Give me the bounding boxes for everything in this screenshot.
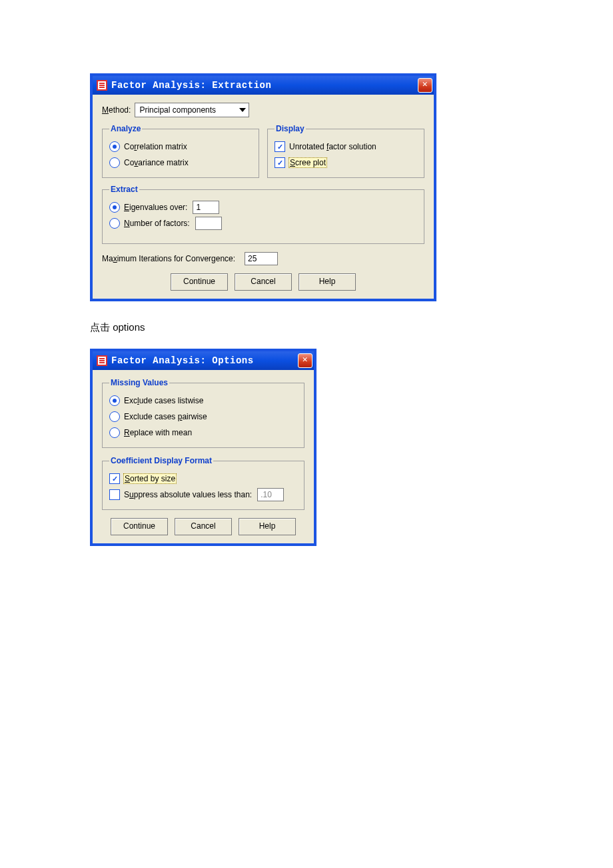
method-select[interactable]: Principal components <box>135 103 249 117</box>
instruction-text: 点击 options <box>90 321 613 334</box>
missing-values-group: Missing Values Exclude cases listwise Ex… <box>102 378 305 448</box>
help-button[interactable]: Help <box>239 518 296 535</box>
label-scree-plot[interactable]: Scree plot <box>289 158 326 167</box>
svg-rect-3 <box>99 85 105 86</box>
title-bar: Factor Analysis: Options ✕ <box>93 351 314 370</box>
radio-replace-mean[interactable] <box>109 427 120 438</box>
app-icon <box>97 355 107 366</box>
method-label: Method: <box>102 105 131 115</box>
cancel-button[interactable]: Cancel <box>175 518 232 535</box>
input-eigenvalues-over[interactable] <box>193 201 219 214</box>
label-replace-mean[interactable]: Replace with mean <box>124 428 192 437</box>
display-legend: Display <box>275 124 306 133</box>
label-exclude-pairwise[interactable]: Exclude cases pairwise <box>124 412 207 421</box>
coefficient-format-group: Coefficient Display Format Sorted by siz… <box>102 456 305 510</box>
label-covariance-matrix[interactable]: Covariance matrix <box>124 158 189 167</box>
input-max-iterations[interactable] <box>245 252 278 265</box>
check-scree-plot[interactable] <box>275 157 285 168</box>
label-number-of-factors[interactable]: Number of factors: <box>124 219 190 228</box>
close-button[interactable]: ✕ <box>298 353 312 368</box>
help-button[interactable]: Help <box>299 273 356 291</box>
check-sorted-by-size[interactable] <box>109 473 120 484</box>
display-group: Display Unrotated factor solution Scree … <box>267 124 424 178</box>
check-unrotated[interactable] <box>275 141 285 152</box>
input-suppress-value[interactable] <box>257 488 284 501</box>
title-bar: Factor Analysis: Extraction ✕ <box>93 76 434 95</box>
label-unrotated[interactable]: Unrotated factor solution <box>289 142 376 151</box>
label-suppress[interactable]: Suppress absolute values less than: <box>124 490 252 499</box>
label-max-iterations: Maximum Iterations for Convergence: <box>102 254 235 263</box>
svg-rect-7 <box>99 358 105 359</box>
svg-rect-9 <box>99 362 105 363</box>
label-exclude-listwise[interactable]: Exclude cases listwise <box>124 396 203 405</box>
close-button[interactable]: ✕ <box>418 78 432 93</box>
svg-rect-2 <box>99 83 105 84</box>
chevron-down-icon <box>239 108 246 112</box>
coefficient-format-legend: Coefficient Display Format <box>109 456 213 465</box>
radio-eigenvalues-over[interactable] <box>109 202 120 213</box>
label-sorted-by-size[interactable]: Sorted by size <box>124 474 176 483</box>
extraction-dialog: Factor Analysis: Extraction ✕ Method: Pr… <box>90 73 436 301</box>
extract-group: Extract Eigenvalues over: Number of fact… <box>102 185 424 244</box>
app-icon <box>97 80 107 91</box>
missing-values-legend: Missing Values <box>109 378 169 387</box>
radio-correlation-matrix[interactable] <box>109 141 120 152</box>
radio-exclude-pairwise[interactable] <box>109 411 120 422</box>
radio-number-of-factors[interactable] <box>109 218 120 229</box>
options-dialog: Factor Analysis: Options ✕ Missing Value… <box>90 349 316 546</box>
check-suppress[interactable] <box>109 489 120 500</box>
label-correlation-matrix[interactable]: Correlation matrix <box>124 142 187 151</box>
analyze-legend: Analyze <box>109 124 142 133</box>
svg-rect-8 <box>99 360 105 361</box>
dialog-title: Factor Analysis: Options <box>111 355 298 366</box>
continue-button[interactable]: Continue <box>111 518 168 535</box>
analyze-group: Analyze Correlation matrix Covariance ma… <box>102 124 259 178</box>
input-number-of-factors[interactable] <box>195 217 222 230</box>
cancel-button[interactable]: Cancel <box>235 273 292 291</box>
dialog-title: Factor Analysis: Extraction <box>111 80 418 91</box>
method-value: Principal components <box>139 105 216 115</box>
label-eigenvalues-over[interactable]: Eigenvalues over: <box>124 203 187 212</box>
radio-covariance-matrix[interactable] <box>109 157 120 168</box>
continue-button[interactable]: Continue <box>171 273 228 291</box>
radio-exclude-listwise[interactable] <box>109 395 120 406</box>
svg-rect-4 <box>99 87 105 88</box>
extract-legend: Extract <box>109 185 139 194</box>
